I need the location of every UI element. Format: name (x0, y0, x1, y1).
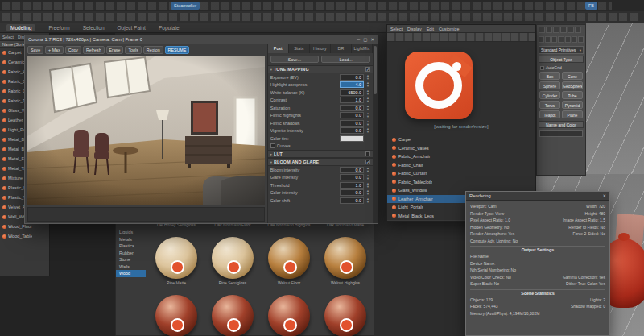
object-name-input[interactable] (539, 130, 583, 137)
explorer-menu[interactable]: Customize (439, 27, 459, 31)
vfb-toolbar-button[interactable]: Refresh (83, 46, 105, 54)
vfb-toolbar-button[interactable]: Region (143, 46, 163, 54)
bloom-glare-header[interactable]: ▾ BLOOM AND GLARE (268, 158, 373, 166)
command-panel-tab-icon[interactable] (560, 27, 567, 33)
tone-mapping-header[interactable]: ▾ TONE MAPPING (268, 65, 373, 73)
param-value-input[interactable]: 0.0 (340, 127, 364, 134)
vfb-toolbar-button[interactable]: Erase (106, 46, 124, 54)
object-type-rollout[interactable]: Object Type (539, 56, 584, 63)
spinner[interactable] (365, 182, 370, 189)
vfb-tab[interactable]: Stats (289, 44, 310, 53)
primitive-button[interactable]: Tube (562, 91, 583, 99)
vfb-toolbar-button[interactable]: RESUME (165, 46, 190, 54)
primitive-button[interactable]: Torus (539, 101, 560, 109)
material-tile[interactable] (205, 293, 260, 336)
vfb-tab[interactable]: DR (331, 44, 352, 53)
explorer-menu[interactable]: Display (407, 27, 422, 31)
primitive-button[interactable]: Pyramid (562, 101, 583, 109)
name-color-rollout[interactable]: Name and Color (539, 121, 584, 128)
ribbon-tab[interactable]: Modeling (6, 24, 35, 31)
material-category[interactable]: Liquids (116, 229, 146, 236)
primitive-button[interactable]: Box (539, 72, 560, 80)
explorer-menu[interactable]: Select (390, 27, 402, 31)
param-value-input[interactable]: 1.0 (340, 182, 364, 189)
vfb-titlebar[interactable]: Corona 1.7 RC3 | 720x480px | Camera: Cam… (25, 35, 378, 44)
vfb-toolbar-button[interactable]: Tools (125, 46, 141, 54)
toolbar-icons-strip[interactable] (2, 13, 639, 21)
param-value-input[interactable]: 0.0 (340, 197, 364, 204)
autogrid-checkbox[interactable] (540, 66, 544, 70)
vfb-tab[interactable]: LightMix (352, 44, 373, 53)
spinner[interactable] (365, 89, 370, 96)
toolbar-icons-strip[interactable] (2, 2, 612, 10)
explorer-toolbar-icons[interactable] (387, 33, 535, 42)
param-value-input[interactable]: 0.0 (340, 74, 364, 81)
command-panel-tab-icon[interactable] (553, 27, 559, 33)
ribbon-tab[interactable]: Populate (159, 25, 180, 31)
explorer-item[interactable]: Fabric_Chair (387, 161, 535, 170)
spinner[interactable] (365, 105, 370, 111)
material-category[interactable]: Walls (116, 263, 146, 271)
spinner[interactable] (365, 174, 370, 180)
steamroller-toolbar-button[interactable]: Steamroller (171, 2, 200, 10)
ribbon-tab[interactable]: Selection (83, 25, 105, 31)
material-tile[interactable] (318, 293, 373, 336)
explorer-menu[interactable]: Edit (427, 27, 434, 31)
ribbon-tab[interactable]: Object Paint (118, 25, 146, 31)
fb-toolbar-button[interactable]: FB (585, 2, 597, 10)
explorer-item[interactable]: Fabric_Curtain (387, 169, 535, 178)
param-value-input[interactable]: 0.0 (340, 189, 364, 196)
primitive-button[interactable]: Teapot (539, 110, 560, 118)
command-panel-tab-icon[interactable] (539, 27, 545, 33)
spinner[interactable] (365, 74, 370, 81)
object-category-icon[interactable] (551, 36, 557, 43)
param-value-input[interactable]: 0.0 (340, 112, 364, 118)
explorer-item[interactable]: Carpet (387, 135, 535, 144)
close-icon[interactable]: ✕ (370, 37, 374, 42)
param-value-input[interactable]: 0.0 (340, 174, 364, 180)
vfb-toolbar-button[interactable]: Copy (65, 46, 81, 54)
command-panel-tab-icon[interactable] (568, 27, 574, 33)
command-panel-tab-icon[interactable] (575, 27, 581, 33)
primitive-button[interactable]: GeoSphere (562, 81, 583, 89)
vfb-tab[interactable]: History (310, 44, 331, 53)
spinner[interactable] (365, 189, 370, 196)
param-value-input[interactable]: 0.0 (340, 120, 364, 127)
spinner[interactable] (365, 81, 370, 88)
save-config-button[interactable]: Save... (270, 56, 320, 63)
tone-mapping-checkbox[interactable] (365, 67, 370, 72)
primitive-button[interactable]: Cylinder (539, 91, 560, 99)
explorer-item[interactable]: Fabric_Armchair (387, 152, 535, 161)
primitive-button[interactable]: Cone (562, 72, 583, 80)
curves-checkbox[interactable] (270, 143, 275, 148)
load-config-button[interactable]: Load... (321, 56, 370, 63)
material-tile[interactable] (262, 293, 316, 336)
spinner[interactable] (365, 97, 370, 103)
dialog-close-icon[interactable]: ✕ (602, 193, 606, 198)
material-tile[interactable] (149, 293, 204, 336)
primitive-button[interactable]: Sphere (539, 81, 560, 89)
param-value-input[interactable]: 0.0 (340, 105, 364, 111)
material-category[interactable]: Plastics (116, 243, 146, 250)
explorer-item[interactable]: Ceramic_Vases (387, 144, 535, 153)
primitives-dropdown[interactable]: Standard Primitives ▾ (539, 46, 584, 54)
material-category[interactable]: Stone (116, 256, 146, 263)
vfb-scrollbar[interactable] (373, 44, 378, 223)
object-category-icon[interactable] (545, 36, 551, 43)
spinner[interactable] (365, 120, 370, 127)
outliner-menu[interactable]: Select (2, 35, 14, 39)
spinner[interactable] (365, 112, 370, 118)
material-tile[interactable]: Pine Matte (149, 235, 204, 287)
lut-header[interactable]: ▸ LUT (268, 150, 373, 158)
command-panel-tab-icon[interactable] (546, 27, 552, 33)
explorer-item[interactable]: Fabric_Tablecloth (387, 178, 535, 187)
maximize-icon[interactable]: ▢ (363, 37, 367, 42)
vfb-toolbar-button[interactable]: Save (27, 46, 43, 54)
material-tile[interactable]: Pine Semigloss (205, 235, 260, 287)
lut-checkbox[interactable] (365, 151, 370, 156)
material-tile[interactable]: Walnut Floor (262, 235, 316, 287)
primitive-button[interactable]: Plane (562, 110, 583, 118)
scrollbar-thumb[interactable] (374, 46, 377, 94)
material-category[interactable]: Metals (116, 236, 146, 243)
param-value-input[interactable]: 0.0 (340, 167, 364, 173)
